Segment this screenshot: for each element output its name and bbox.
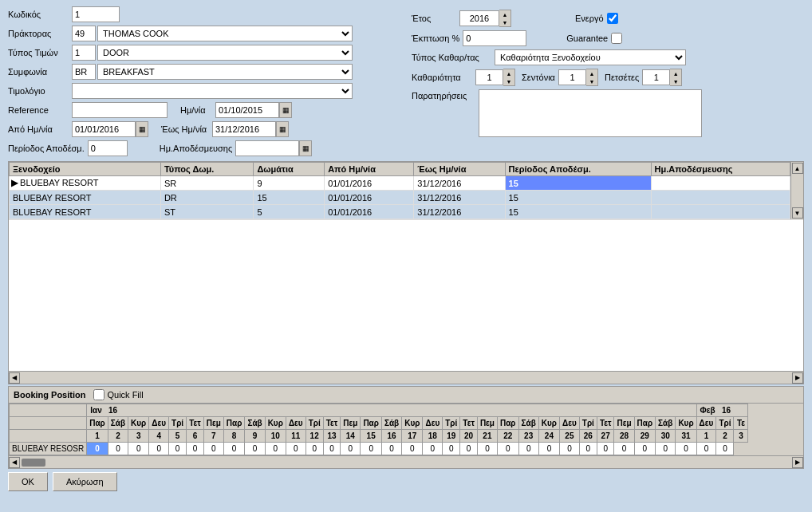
guarantee-checkbox[interactable] — [611, 33, 622, 44]
booking-cell[interactable]: 0 — [203, 443, 223, 455]
kathar-up-btn[interactable]: ▲ — [503, 69, 514, 77]
booking-cell[interactable]: 0 — [149, 443, 169, 455]
eos-imnia-label: Έως Ημ/νία — [161, 124, 209, 134]
booking-cell[interactable]: 0 — [381, 443, 401, 455]
booking-cell[interactable]: 0 — [538, 443, 559, 455]
day-name: Δευ — [149, 417, 169, 430]
date-num: 26 — [579, 430, 597, 443]
eos-imnia-cal-btn[interactable]: ▦ — [276, 121, 289, 137]
table-scroll-down-btn[interactable]: ▼ — [792, 207, 803, 219]
cancel-button[interactable]: Ακύρωση — [53, 472, 117, 491]
quick-fill-checkbox[interactable] — [93, 389, 104, 400]
table-scroll-left-btn[interactable]: ◀ — [9, 372, 20, 384]
apo-imnia-input[interactable] — [72, 121, 136, 137]
date-num: 24 — [538, 430, 559, 443]
energo-checkbox[interactable] — [607, 13, 618, 24]
col-period: Περίοδος Αποδέσμ. — [505, 163, 651, 176]
table-row[interactable]: BLUEBAY RESORT ST 5 01/01/2016 31/12/201… — [10, 205, 790, 219]
symfonia-id-input[interactable] — [72, 64, 96, 80]
paratiriseis-textarea[interactable] — [479, 89, 702, 137]
release-cell — [651, 205, 790, 219]
praktor-id-input[interactable] — [72, 26, 96, 41]
imnia-calendar-btn[interactable]: ▦ — [279, 102, 292, 118]
kodikos-input[interactable] — [72, 6, 120, 22]
reference-input[interactable] — [72, 102, 168, 118]
booking-cell[interactable]: 0 — [614, 443, 634, 455]
period-cell: 15 — [505, 176, 651, 191]
kathariotita-input[interactable] — [475, 69, 503, 85]
booking-scroll-left-btn[interactable]: ◀ — [9, 457, 20, 468]
booking-cell[interactable]: 0 — [286, 443, 305, 455]
etos-up-btn[interactable]: ▲ — [499, 10, 510, 18]
kathar-down-btn[interactable]: ▼ — [503, 77, 514, 85]
booking-cell[interactable]: 0 — [223, 443, 245, 455]
booking-cell[interactable]: 0 — [443, 443, 460, 455]
booking-cell[interactable]: 0 — [305, 443, 323, 455]
etos-input[interactable] — [459, 10, 499, 26]
table-row[interactable]: ▶ BLUEBAY RESORT SR 9 01/01/2016 31/12/2… — [10, 176, 790, 191]
ekptosi-input[interactable] — [463, 30, 526, 46]
booking-cell[interactable]: 0 — [696, 443, 716, 455]
booking-cell[interactable]: 0 — [497, 443, 518, 455]
symfonia-select[interactable]: BREAKFAST — [97, 64, 353, 80]
table-hscroll[interactable]: ◀ ▶ — [9, 371, 803, 384]
booking-cell[interactable]: 0 — [560, 443, 580, 455]
petsetes-up-btn[interactable]: ▲ — [670, 69, 681, 77]
sentonia-label: Σεντόνια — [522, 73, 555, 82]
booking-cell[interactable]: 0 — [108, 443, 128, 455]
im-apodesm-input[interactable] — [235, 140, 299, 156]
typos-timon-select[interactable]: DOOR — [97, 45, 353, 61]
petsetes-down-btn[interactable]: ▼ — [670, 77, 681, 85]
booking-cell[interactable]: 0 — [361, 443, 382, 455]
imnia-input[interactable] — [215, 102, 279, 118]
date-num: 4 — [149, 430, 169, 443]
date-num: 21 — [477, 430, 497, 443]
booking-cell[interactable]: 0 — [579, 443, 597, 455]
timologio-select[interactable] — [72, 83, 353, 99]
praktor-select[interactable]: THOMAS COOK — [97, 26, 353, 41]
typos-kathar-select[interactable]: Καθαριότητα Ξενοδοχείου — [495, 49, 686, 65]
booking-cell[interactable]: 0 — [87, 443, 108, 455]
etos-down-btn[interactable]: ▼ — [499, 18, 510, 26]
petsetes-input[interactable] — [642, 69, 670, 85]
booking-scroll-right-btn[interactable]: ▶ — [792, 457, 803, 468]
periodos-input[interactable] — [88, 140, 128, 156]
sentonia-down-btn[interactable]: ▼ — [586, 77, 597, 85]
date-num: 18 — [423, 430, 443, 443]
booking-cell[interactable]: 0 — [460, 443, 478, 455]
table-row[interactable]: BLUEBAY RESORT DR 15 01/01/2016 31/12/20… — [10, 191, 790, 205]
booking-cell[interactable]: 0 — [518, 443, 538, 455]
booking-cell[interactable]: 0 — [245, 443, 265, 455]
table-scroll-up-btn[interactable]: ▲ — [792, 163, 803, 174]
table-scroll-right-btn[interactable]: ▶ — [792, 372, 803, 384]
booking-cell[interactable]: 0 — [187, 443, 204, 455]
typos-timon-id-input[interactable] — [72, 45, 96, 61]
booking-cell[interactable]: 0 — [634, 443, 656, 455]
booking-cell[interactable]: 0 — [477, 443, 497, 455]
eos-imnia-input[interactable] — [212, 121, 276, 137]
booking-cell[interactable]: 0 — [128, 443, 149, 455]
booking-row[interactable]: BLUEBAY RESOSR 0 00000000000000000000000… — [10, 443, 748, 455]
ok-button[interactable]: OK — [8, 472, 48, 491]
booking-cell[interactable]: 0 — [341, 443, 361, 455]
booking-table-scroll[interactable]: Ιαν 16 Φεβ 16 ΠαρΣάβΚυρΔευΤρίΤετΠεμΠαρΣά… — [9, 403, 803, 455]
apo-imnia-cal-btn[interactable]: ▦ — [136, 121, 148, 137]
date-num: 1 — [696, 430, 716, 443]
booking-cell[interactable]: 0 — [169, 443, 187, 455]
booking-cell[interactable]: 0 — [323, 443, 341, 455]
rooms-cell: 15 — [254, 191, 325, 205]
sentonia-input[interactable] — [558, 69, 586, 85]
booking-cell[interactable]: 0 — [716, 443, 734, 455]
booking-cell[interactable]: 0 — [597, 443, 614, 455]
data-table-container: Ξενοδοχείο Τύπος Δωμ. Δωμάτια Από Ημ/νία… — [8, 161, 804, 384]
booking-cell[interactable]: 0 — [265, 443, 286, 455]
booking-cell[interactable]: 0 — [676, 443, 696, 455]
booking-cell[interactable]: 0 — [656, 443, 676, 455]
sentonia-up-btn[interactable]: ▲ — [586, 69, 597, 77]
day-name: Τρί — [716, 417, 734, 430]
booking-cell[interactable]: 0 — [423, 443, 443, 455]
booking-hscroll[interactable]: ◀ ▶ — [9, 455, 803, 468]
im-apodesm-cal-btn[interactable]: ▦ — [299, 140, 312, 156]
day-name: Κυρ — [128, 417, 149, 430]
booking-cell[interactable]: 0 — [402, 443, 423, 455]
